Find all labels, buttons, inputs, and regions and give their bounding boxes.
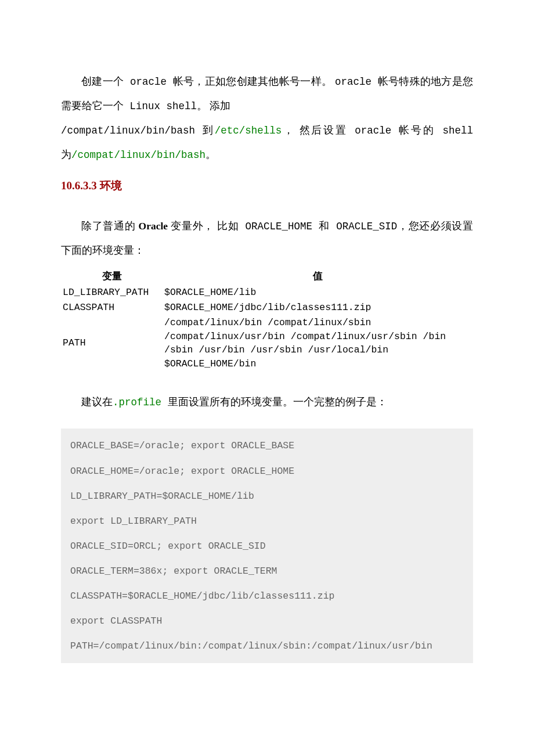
text: 变量外， 比如 [171, 220, 239, 232]
text: 和 [319, 220, 330, 232]
text: 建议在 [81, 396, 113, 408]
text: 帐号，正如您创建其他帐号一样。 [173, 75, 335, 87]
text: 创建一个 [81, 75, 124, 87]
text: 帐号的 [399, 124, 435, 136]
table-row: PATH /compat/linux/bin /compat/linux/sbi… [61, 315, 473, 372]
text: 为 [61, 149, 71, 160]
table-row: CLASSPATH $ORACLE_HOME/jdbc/lib/classes1… [61, 300, 473, 315]
code-line: LD_LIBRARY_PATH=$ORACLE_HOME/lib [70, 489, 464, 503]
text: 。 添加 [197, 100, 230, 111]
code-line: CLASSPATH=$ORACLE_HOME/jdbc/lib/classes1… [70, 589, 464, 603]
code-inline: ORACLE_HOME [239, 221, 319, 232]
code-inline: Linux shell [124, 100, 197, 112]
code-inline: oracle [347, 125, 399, 136]
paragraph-2: 除了普通的 Oracle 变量外， 比如 ORACLE_HOME 和 ORACL… [61, 214, 473, 262]
paragraph-1: 创建一个 oracle 帐号，正如您创建其他帐号一样。 oracle 帐号特殊的… [61, 70, 473, 168]
code-inline: oracle [335, 76, 378, 88]
code-line: ORACLE_HOME=/oracle; export ORACLE_HOME [70, 465, 464, 478]
table-cell-var: CLASSPATH [61, 300, 163, 315]
text: ， 然后设置 [282, 124, 347, 136]
table-cell-val: $ORACLE_HOME/jdbc/lib/classes111.zip [163, 300, 473, 315]
code-line: export LD_LIBRARY_PATH [70, 514, 464, 528]
text-bold: Oracle [135, 220, 171, 232]
text: 除了普通的 [81, 220, 135, 232]
table-header-var: 变量 [61, 269, 163, 285]
filepath-link: /compat/linux/bin/bash [71, 149, 205, 161]
text: 。 [205, 149, 216, 160]
env-table: 变量 值 LD_LIBRARY_PATH $ORACLE_HOME/lib CL… [61, 269, 473, 372]
code-line: ORACLE_TERM=386x; export ORACLE_TERM [70, 564, 464, 578]
table-row: LD_LIBRARY_PATH $ORACLE_HOME/lib [61, 285, 473, 300]
code-inline: oracle [124, 76, 173, 88]
section-heading: 10.6.3.3 环境 [61, 178, 473, 193]
code-inline: ORACLE_SID [330, 221, 397, 232]
code-line: PATH=/compat/linux/bin:/compat/linux/sbi… [70, 639, 464, 653]
code-inline: /compat/linux/bin/bash [61, 125, 203, 136]
table-header-val: 值 [163, 269, 473, 285]
code-line: ORACLE_BASE=/oracle; export ORACLE_BASE [70, 439, 464, 452]
table-cell-val: /compat/linux/bin /compat/linux/sbin /co… [163, 315, 473, 372]
code-line: export CLASSPATH [70, 614, 464, 628]
filepath-link: /etc/shells [215, 125, 282, 136]
table-cell-var: LD_LIBRARY_PATH [61, 285, 163, 300]
text: 到 [203, 124, 215, 136]
filepath-link: .profile [113, 397, 168, 408]
table-cell-var: PATH [61, 315, 163, 372]
table-header-row: 变量 值 [61, 269, 473, 285]
text: 里面设置所有的环境变量。一个完整的例子是： [168, 396, 387, 408]
paragraph-3: 建议在.profile 里面设置所有的环境变量。一个完整的例子是： [61, 390, 473, 415]
code-line: ORACLE_SID=ORCL; export ORACLE_SID [70, 539, 464, 553]
code-block: ORACLE_BASE=/oracle; export ORACLE_BASE … [61, 429, 473, 663]
code-inline: shell [435, 125, 473, 136]
table-cell-val: $ORACLE_HOME/lib [163, 285, 473, 300]
